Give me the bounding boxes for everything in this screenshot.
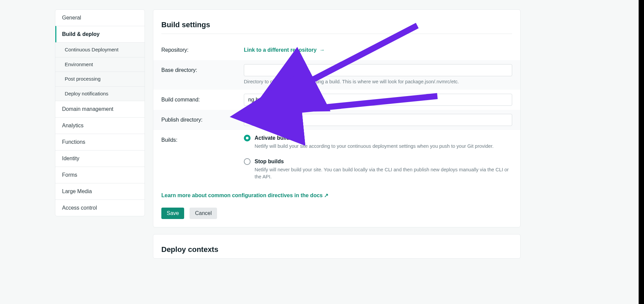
- external-link-icon: ↗: [324, 192, 328, 198]
- label-builds: Builds:: [161, 134, 244, 144]
- radio-icon-activate[interactable]: [244, 135, 251, 141]
- radio-option-activate-builds[interactable]: Activate builds Netlify will build your …: [244, 134, 512, 150]
- input-publish-directory[interactable]: [244, 114, 512, 126]
- row-builds: Builds: Activate builds Netlify will bui…: [153, 130, 520, 185]
- label-build-command: Build command:: [161, 94, 244, 104]
- card-title-build-settings: Build settings: [161, 19, 512, 34]
- label-publish-directory: Publish directory:: [161, 114, 244, 124]
- sidebar-sub-continuous-deployment[interactable]: Continuous Deployment: [55, 42, 145, 57]
- build-settings-card: Build settings Repository: Link to a dif…: [153, 9, 521, 227]
- sidebar-item-identity[interactable]: Identity: [55, 150, 145, 167]
- label-repository: Repository:: [161, 44, 244, 54]
- row-base-directory: Base directory: Directory to change to b…: [153, 60, 520, 90]
- radio-desc-stop: Netlify will never build your site. You …: [255, 166, 512, 181]
- sidebar-sub-post-processing[interactable]: Post processing: [55, 72, 145, 86]
- input-base-directory[interactable]: [244, 64, 512, 76]
- settings-sidebar: General Build & deploy Continuous Deploy…: [55, 9, 145, 216]
- row-repository: Repository: Link to a different reposito…: [153, 40, 520, 60]
- window-scrollbar-gutter: [639, 0, 644, 304]
- deploy-contexts-card: Deploy contexts: [153, 234, 521, 259]
- radio-option-stop-builds[interactable]: Stop builds Netlify will never build you…: [244, 158, 512, 181]
- sidebar-item-functions[interactable]: Functions: [55, 134, 145, 150]
- sidebar-item-build-deploy[interactable]: Build & deploy: [55, 26, 145, 42]
- sidebar-item-forms[interactable]: Forms: [55, 167, 145, 183]
- card-title-deploy-contexts: Deploy contexts: [161, 244, 512, 258]
- button-row: Save Cancel: [161, 208, 512, 219]
- sidebar-item-domain-management[interactable]: Domain management: [55, 101, 145, 117]
- cancel-button[interactable]: Cancel: [190, 208, 217, 219]
- save-button[interactable]: Save: [161, 208, 184, 219]
- radio-desc-activate: Netlify will build your site according t…: [255, 143, 512, 150]
- sidebar-item-access-control[interactable]: Access control: [55, 200, 145, 216]
- radio-icon-stop[interactable]: [244, 158, 251, 165]
- arrow-right-icon: →: [319, 47, 325, 53]
- radio-title-stop: Stop builds: [255, 158, 512, 166]
- link-different-repository-text: Link to a different repository: [244, 47, 317, 53]
- help-base-directory: Directory to change to before starting a…: [244, 78, 512, 86]
- sidebar-item-analytics[interactable]: Analytics: [55, 117, 145, 134]
- label-base-directory: Base directory:: [161, 64, 244, 74]
- link-docs-text: Learn more about common configuration di…: [161, 192, 323, 198]
- sidebar-item-large-media[interactable]: Large Media: [55, 183, 145, 200]
- sidebar-item-general[interactable]: General: [55, 10, 145, 26]
- row-publish-directory: Publish directory:: [153, 110, 520, 130]
- link-different-repository[interactable]: Link to a different repository →: [244, 44, 325, 56]
- input-build-command[interactable]: [244, 94, 512, 106]
- sidebar-subgroup-build: Continuous Deployment Environment Post p…: [55, 42, 145, 101]
- sidebar-sub-deploy-notifications[interactable]: Deploy notifications: [55, 86, 145, 101]
- main-content: Build settings Repository: Link to a dif…: [153, 9, 521, 259]
- link-docs[interactable]: Learn more about common configuration di…: [161, 191, 328, 200]
- row-build-command: Build command:: [153, 90, 520, 110]
- radio-title-activate: Activate builds: [255, 134, 512, 142]
- sidebar-sub-environment[interactable]: Environment: [55, 57, 145, 72]
